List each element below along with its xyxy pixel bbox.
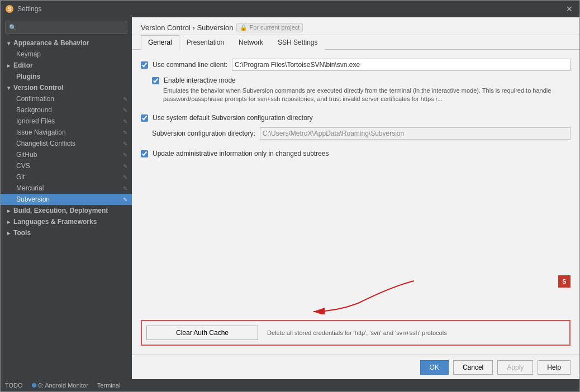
edit-icon: ✎ [123, 197, 127, 203]
subversion-config-dir-label: Subversion configuration directory: [152, 130, 255, 137]
sidebar-item-keymap[interactable]: Keymap [1, 49, 132, 60]
annotation-icon: S [558, 275, 571, 288]
arrow-icon [7, 230, 10, 236]
sidebar-item-label: Mercurial [16, 184, 44, 192]
sidebar-item-issue-navigation[interactable]: Issue Navigation ✎ [1, 127, 132, 138]
sidebar-item-editor[interactable]: Editor [1, 60, 132, 71]
sidebar-item-label: Subversion [16, 195, 50, 203]
sidebar-item-label: Confirmation [16, 95, 54, 103]
system-default-row: Use system default Subversion configurat… [141, 114, 571, 122]
sidebar-item-version-control[interactable]: Version Control [1, 82, 132, 93]
tab-general[interactable]: General [141, 35, 179, 50]
sidebar-item-subversion[interactable]: Subversion ✎ [1, 194, 132, 205]
auth-cache-section: Clear Auth Cache Delete all stored crede… [141, 320, 571, 346]
sidebar-item-languages-frameworks[interactable]: Languages & Frameworks [1, 216, 132, 227]
sidebar-item-label: CVS [16, 162, 30, 170]
clear-auth-cache-description: Delete all stored credentials for 'http'… [267, 329, 447, 336]
title-bar: S Settings ✕ [1, 1, 579, 17]
arrow-icon [7, 219, 10, 225]
sidebar-item-ignored-files[interactable]: Ignored Files ✎ [1, 116, 132, 127]
edit-icon: ✎ [123, 118, 127, 125]
subversion-config-dir-input [260, 127, 571, 140]
settings-window: S Settings ✕ 🔍 Appearance & Behavior Key… [0, 0, 580, 392]
help-button[interactable]: Help [538, 360, 571, 375]
sidebar-item-mercurial[interactable]: Mercurial ✎ [1, 183, 132, 194]
svg-text:S: S [8, 6, 12, 12]
status-android-monitor[interactable]: 6: Android Monitor [32, 382, 88, 389]
command-line-client-input[interactable] [232, 59, 571, 71]
sidebar-item-appearance-behavior[interactable]: Appearance & Behavior [1, 37, 132, 49]
status-bar: TODO 6: Android Monitor Terminal [1, 379, 579, 391]
sidebar-item-github[interactable]: GitHub ✎ [1, 149, 132, 160]
arrow-icon [7, 85, 10, 91]
interactive-mode-description: Emulates the behavior when Subversion co… [163, 87, 571, 104]
arrow-annotation: S [141, 275, 571, 314]
sidebar-item-label: Issue Navigation [16, 128, 66, 136]
sidebar-item-git[interactable]: Git ✎ [1, 171, 132, 183]
sidebar-item-cvs[interactable]: CVS ✎ [1, 160, 132, 171]
sidebar-item-changelist-conflicts[interactable]: Changelist Conflicts ✎ [1, 138, 132, 149]
sidebar-item-plugins[interactable]: Plugins [1, 71, 132, 82]
sidebar-item-confirmation[interactable]: Confirmation ✎ [1, 93, 132, 104]
sidebar-item-label: Editor [13, 61, 33, 69]
search-box[interactable]: 🔍 [5, 21, 127, 34]
tab-presentation[interactable]: Presentation [179, 35, 231, 50]
sidebar-item-background[interactable]: Background ✎ [1, 104, 132, 116]
sidebar-item-label: Version Control [13, 84, 63, 92]
cancel-button[interactable]: Cancel [453, 360, 493, 375]
window-title: Settings [17, 5, 41, 13]
sidebar-item-tools[interactable]: Tools [1, 227, 132, 238]
command-line-client-row: Use command line client: [141, 59, 571, 71]
sidebar-item-label: Build, Execution, Deployment [13, 207, 108, 214]
command-line-client-label[interactable]: Use command line client: [153, 61, 227, 69]
search-icon: 🔍 [9, 24, 17, 31]
tab-network[interactable]: Network [231, 35, 270, 50]
sidebar-item-label: Changelist Conflicts [16, 140, 75, 147]
interactive-mode-checkbox[interactable] [152, 77, 159, 84]
system-default-label[interactable]: Use system default Subversion configurat… [153, 114, 313, 122]
interactive-mode-label[interactable]: Enable interactive mode [164, 77, 236, 84]
sidebar-item-label: Languages & Frameworks [13, 218, 97, 226]
status-terminal[interactable]: Terminal [97, 382, 121, 389]
arrow-icon [7, 208, 10, 214]
apply-button[interactable]: Apply [497, 360, 533, 375]
interactive-mode-row: Enable interactive mode [152, 77, 571, 84]
sidebar-item-label: Keymap [16, 50, 41, 58]
edit-icon: ✎ [123, 152, 127, 158]
close-button[interactable]: ✕ [564, 3, 575, 15]
subversion-config-dir-row: Subversion configuration directory: [152, 127, 571, 140]
annotation-arrow [291, 275, 431, 314]
sidebar-item-label: Plugins [16, 73, 40, 80]
ok-button[interactable]: OK [420, 360, 449, 375]
panel-body: Use command line client: Enable interact… [132, 50, 579, 355]
sidebar-item-label: Appearance & Behavior [13, 39, 89, 47]
sidebar-item-label: Background [16, 106, 52, 114]
clear-auth-cache-button[interactable]: Clear Auth Cache [146, 326, 258, 340]
arrow-icon [7, 40, 10, 46]
main-content: 🔍 Appearance & Behavior Keymap Editor Pl… [1, 17, 579, 379]
tabs: General Presentation Network SSH Setting… [132, 35, 579, 50]
arrow-icon [7, 63, 10, 69]
edit-icon: ✎ [123, 163, 127, 169]
update-admin-row: Update administrative information only i… [141, 150, 571, 157]
edit-icon: ✎ [123, 130, 127, 136]
tab-ssh-settings[interactable]: SSH Settings [270, 35, 325, 50]
edit-icon: ✎ [123, 174, 127, 180]
project-tag: 🔒 For current project [236, 23, 303, 32]
bottom-bar: OK Cancel Apply Help [132, 355, 579, 379]
right-panel: Version Control › Subversion 🔒 For curre… [132, 17, 579, 379]
system-default-checkbox[interactable] [141, 114, 148, 122]
panel-header: Version Control › Subversion 🔒 For curre… [132, 17, 579, 35]
sidebar-item-label: Tools [13, 229, 31, 237]
edit-icon: ✎ [123, 96, 127, 102]
update-admin-label[interactable]: Update administrative information only i… [153, 150, 329, 157]
status-dot [32, 383, 36, 388]
search-input[interactable] [19, 23, 123, 31]
sidebar-item-build-execution[interactable]: Build, Execution, Deployment [1, 205, 132, 216]
command-line-client-checkbox[interactable] [141, 61, 148, 69]
status-todo[interactable]: TODO [5, 382, 23, 389]
update-admin-checkbox[interactable] [141, 150, 148, 157]
lock-icon: 🔒 [240, 24, 248, 31]
spacer [141, 163, 571, 270]
edit-icon: ✎ [123, 107, 127, 113]
